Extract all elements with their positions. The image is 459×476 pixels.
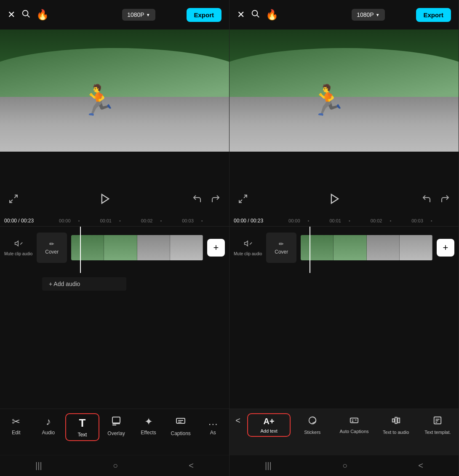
- play-button[interactable]: [99, 193, 111, 208]
- timeline-controls-right: [230, 185, 459, 215]
- add-clip-button-left[interactable]: +: [207, 239, 225, 257]
- home-button-right[interactable]: ○: [342, 461, 347, 471]
- track-row-left: Mute clip audio ✏ Cover +: [0, 231, 229, 265]
- svg-rect-7: [112, 417, 120, 423]
- tool-captions[interactable]: Captions: [165, 413, 197, 439]
- sub-tool-stickers[interactable]: Stickers: [291, 413, 333, 437]
- tool-overlay[interactable]: Overlay: [100, 413, 133, 439]
- redo-icon-right[interactable]: [440, 194, 450, 206]
- tool-audio-label: Audio: [42, 430, 55, 436]
- undo-icon-right[interactable]: [422, 194, 432, 206]
- playhead-right: [310, 227, 310, 273]
- audio-icon: ♪: [46, 416, 51, 428]
- resolution-button-right[interactable]: 1080P ▼: [352, 9, 384, 21]
- right-topbar: ✕ 🔥 1080P ▼ Export: [230, 0, 459, 29]
- export-button[interactable]: Export: [187, 8, 222, 22]
- chevron-down-icon-right: ▼: [376, 13, 380, 17]
- timeline-ruler-left: 00:00 / 00:23 00:00 00:01 00:02 00:03: [0, 215, 229, 227]
- search-icon-right[interactable]: [251, 9, 260, 21]
- ruler-mark-r0: 00:00: [288, 218, 309, 223]
- stickers-icon: [308, 416, 317, 428]
- track-area-right: Mute clip audio ✏ Cover +: [230, 227, 459, 273]
- fullscreen-icon[interactable]: [8, 194, 19, 206]
- svg-marker-4: [102, 194, 109, 203]
- sub-tool-add-text-label: Add text: [260, 428, 277, 433]
- export-button-right[interactable]: Export: [416, 8, 451, 22]
- tool-audio[interactable]: ♪ Audio: [32, 413, 65, 438]
- undo-icon[interactable]: [192, 194, 202, 206]
- tool-effects[interactable]: ✦ Effects: [132, 413, 165, 438]
- play-button-right[interactable]: [329, 193, 341, 208]
- edit-cover-icon: ✏: [49, 241, 54, 247]
- svg-line-6: [20, 243, 22, 245]
- svg-line-3: [10, 200, 13, 203]
- add-text-icon: A+: [264, 417, 275, 426]
- sub-tool-auto-captions-label: Auto Captions: [339, 429, 368, 434]
- back-button-right[interactable]: <: [230, 413, 246, 425]
- sub-tool-add-text[interactable]: A+ Add text: [247, 413, 291, 437]
- add-audio-button-left[interactable]: + Add audio: [42, 277, 126, 291]
- timeline-strip-left[interactable]: [71, 235, 203, 260]
- add-clip-button-right[interactable]: +: [437, 239, 454, 257]
- track-row-right: Mute clip audio ✏ Cover +: [230, 231, 459, 265]
- video-preview-right: 🏃: [230, 29, 459, 152]
- back-button-left[interactable]: <: [189, 461, 194, 471]
- edit-cover-icon-right: ✏: [279, 241, 284, 247]
- cover-thumb-right[interactable]: ✏ Cover: [266, 233, 296, 263]
- ruler-mark-r2: 00:02: [371, 218, 391, 223]
- captions-icon: [176, 416, 186, 428]
- svg-rect-27: [398, 418, 400, 423]
- sub-tool-text-to-audio-label: Text to audio: [383, 430, 409, 435]
- left-panel: ✕ 🔥 1080P ▼ Export 🏃: [0, 0, 230, 476]
- timeline-strip-right[interactable]: [301, 235, 432, 260]
- tool-more[interactable]: … As: [197, 413, 229, 438]
- effects-icon: ✦: [144, 416, 153, 428]
- svg-point-0: [23, 11, 28, 16]
- ruler-mark-2: 00:02: [141, 218, 162, 223]
- back-nav-right[interactable]: <: [418, 461, 423, 471]
- tool-edit[interactable]: ✂ Edit: [0, 413, 32, 438]
- redo-icon[interactable]: [211, 194, 221, 206]
- system-bar-right: ||| ○ <: [230, 455, 459, 476]
- cover-thumb-left[interactable]: ✏ Cover: [37, 233, 67, 263]
- close-icon-right[interactable]: ✕: [237, 9, 245, 20]
- svg-line-2: [14, 195, 17, 198]
- fullscreen-icon-right[interactable]: [238, 194, 248, 206]
- home-indicator-left[interactable]: |||: [35, 461, 42, 471]
- close-icon[interactable]: ✕: [8, 9, 15, 20]
- flame-icon-right: 🔥: [266, 9, 278, 21]
- svg-line-1: [27, 15, 29, 17]
- sub-tool-text-template[interactable]: Text templat.: [417, 413, 459, 437]
- resolution-button[interactable]: 1080P ▼: [122, 9, 155, 21]
- mute-button-left[interactable]: Mute clip audio: [4, 239, 32, 256]
- svg-line-15: [244, 195, 247, 198]
- ruler-mark-0: 00:00: [59, 218, 80, 223]
- ruler-marks-right: 00:00 00:01 00:02 00:03: [263, 218, 459, 223]
- sub-tool-text-to-audio[interactable]: Text to audio: [375, 413, 417, 437]
- search-icon[interactable]: [21, 9, 30, 21]
- bottom-toolbar-left: ✂ Edit ♪ Audio T Text Overlay ✦ Effects …: [0, 409, 229, 455]
- mute-button-right[interactable]: Mute clip audio: [234, 239, 262, 256]
- spacer-right: [230, 273, 459, 409]
- tool-text[interactable]: T Text: [65, 413, 99, 441]
- sub-tool-auto-captions[interactable]: Auto Captions: [333, 413, 375, 436]
- volume-icon-right: [244, 239, 252, 250]
- sub-tool-stickers-label: Stickers: [304, 430, 320, 435]
- cover-label-left: Cover: [45, 249, 59, 255]
- home-button-left[interactable]: ○: [113, 461, 118, 471]
- text-template-icon: [433, 416, 442, 428]
- runner-figure: 🏃: [80, 83, 117, 118]
- tool-more-label: As: [210, 430, 216, 436]
- ruler-mark-r1: 00:01: [329, 218, 350, 223]
- right-panel: ✕ 🔥 1080P ▼ Export 🏃: [230, 0, 459, 476]
- runner-figure-right: 🏃: [310, 83, 346, 118]
- scissors-icon: ✂: [12, 416, 20, 428]
- volume-icon: [14, 239, 23, 250]
- overlay-icon: [111, 416, 121, 428]
- system-bar-left: ||| ○ <: [0, 455, 229, 476]
- svg-line-16: [239, 200, 242, 203]
- video-preview-left: 🏃: [0, 29, 229, 152]
- auto-captions-icon: [350, 416, 359, 427]
- home-indicator-right[interactable]: |||: [265, 461, 272, 471]
- tool-overlay-label: Overlay: [107, 431, 125, 436]
